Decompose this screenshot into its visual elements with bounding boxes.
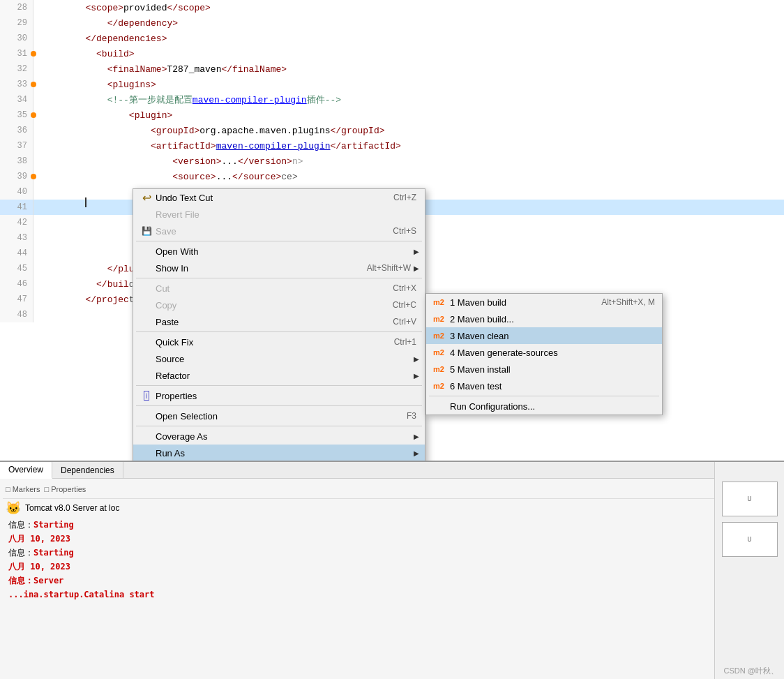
submenu-maven-build2[interactable]: m2 2 Maven build...	[426, 311, 662, 327]
properties-icon: i	[139, 391, 154, 401]
line-num-44: 44	[0, 246, 33, 261]
log-line-3: 信息：Starting	[8, 546, 776, 560]
submenu-maven-install[interactable]: m2 5 Maven install	[426, 361, 662, 378]
log-line-5: 信息：Server	[8, 574, 776, 588]
menu-item-open-with[interactable]: Open With ▶	[133, 243, 425, 260]
m2-icon-4: m2	[433, 348, 444, 357]
right-panel-box2: U	[722, 522, 778, 557]
submenu-separator	[429, 396, 659, 396]
line-num-38: 38	[0, 154, 33, 169]
m2-icon-3: m2	[433, 331, 444, 340]
watermark: CSDN @叶秋、	[724, 666, 778, 676]
panel-top-row: □ Markers □ Properties	[3, 482, 781, 497]
log-text-3: 信息：Starting	[8, 547, 74, 559]
line-num-43: 43	[0, 230, 33, 246]
code-editor: 28 <scope>provided</scope> 29 </dependen…	[0, 0, 784, 461]
line-num-33: 33	[0, 77, 33, 92]
server-row: 🐱 Tomcat v8.0 Server at loc ■ ✕ 🐱 ■ ✕	[3, 498, 781, 516]
properties-label: □ Properties	[44, 485, 86, 493]
submenu-run-configs[interactable]: Run Configurations...	[426, 398, 662, 415]
line-num-41: 41	[0, 200, 33, 215]
save-icon: 💾	[139, 226, 154, 236]
right-panel: U U	[714, 462, 784, 679]
tab-overview[interactable]: Overview	[0, 462, 52, 479]
line-num-30: 30	[0, 31, 33, 46]
separator-2	[136, 278, 422, 278]
bottom-panel: Overview Dependencies □ Markers □ Proper…	[0, 461, 784, 679]
log-line-1: 信息：Starting	[8, 518, 776, 532]
separator-6	[136, 426, 422, 426]
separator-4	[136, 385, 422, 386]
log-line-2: 八月 10, 2023	[8, 532, 776, 546]
tab-dependencies[interactable]: Dependencies	[52, 462, 123, 478]
log-line-6: ...ina.startup.Catalina start	[8, 588, 776, 602]
log-text-1: 信息：Starting	[8, 519, 74, 531]
menu-item-run-as[interactable]: Run As ▶	[133, 445, 425, 461]
m2-icon-5: m2	[433, 365, 444, 373]
line-num-34: 34	[0, 92, 33, 107]
right-panel-box: U	[722, 482, 778, 516]
menu-item-refactor[interactable]: Refactor ▶	[133, 367, 425, 384]
menu-item-revert: Revert File	[133, 206, 425, 223]
line-num-36: 36	[0, 123, 33, 138]
menu-item-open-selection[interactable]: Open Selection F3	[133, 408, 425, 424]
line-num-39: 39	[0, 169, 33, 184]
menu-item-copy: Copy Ctrl+C	[133, 297, 425, 313]
menu-item-save: 💾 Save Ctrl+S	[133, 223, 425, 239]
panel-content: □ Markers □ Properties 🐱 Tomcat v8.0 Ser…	[0, 479, 784, 679]
submenu-maven-test[interactable]: m2 6 Maven test	[426, 378, 662, 394]
line-num-48: 48	[0, 307, 33, 322]
menu-item-coverage-as[interactable]: Coverage As ▶	[133, 428, 425, 445]
line-num-37: 37	[0, 138, 33, 154]
context-menu: ↩ Undo Text Cut Ctrl+Z Revert File 💾 Sav…	[133, 188, 425, 461]
submenu-maven-generate[interactable]: m2 4 Maven generate-sources	[426, 344, 662, 361]
menu-item-properties[interactable]: i Properties	[133, 387, 425, 404]
tomcat-icon: 🐱	[6, 500, 21, 515]
server-label: Tomcat v8.0 Server at loc	[25, 503, 119, 513]
line-num-45: 45	[0, 261, 33, 276]
submenu-maven-build[interactable]: m2 1 Maven build Alt+Shift+X, M	[426, 294, 662, 311]
undo-icon: ↩	[139, 191, 154, 204]
log-line-4: 八月 10, 2023	[8, 560, 776, 574]
separator-1	[136, 241, 422, 241]
line-num-28: 28	[0, 0, 33, 15]
menu-item-undo[interactable]: ↩ Undo Text Cut Ctrl+Z	[133, 189, 425, 206]
line-num-32: 32	[0, 61, 33, 77]
menu-item-paste[interactable]: Paste Ctrl+V	[133, 313, 425, 330]
submenu-run-as: m2 1 Maven build Alt+Shift+X, M m2 2 Mav…	[425, 293, 663, 415]
line-num-31: 31	[0, 46, 33, 61]
markers-label: □ Markers	[6, 485, 40, 493]
menu-item-show-in[interactable]: Show In Alt+Shift+W ▶	[133, 260, 425, 276]
m2-icon: m2	[433, 298, 444, 306]
line-num-35: 35	[0, 107, 33, 123]
line-num-29: 29	[0, 15, 33, 31]
menu-item-source[interactable]: Source ▶	[133, 350, 425, 367]
line-num-47: 47	[0, 292, 33, 307]
m2-icon-2: m2	[433, 315, 444, 323]
line-num-40: 40	[0, 184, 33, 200]
log-area: 信息：Starting 八月 10, 2023 信息：Starting 八月 1…	[3, 516, 781, 603]
separator-3	[136, 331, 422, 332]
menu-item-quick-fix[interactable]: Quick Fix Ctrl+1	[133, 334, 425, 350]
log-text-5: 信息：Server	[8, 575, 63, 587]
panel-tab-bar: Overview Dependencies	[0, 462, 784, 479]
menu-item-cut: Cut Ctrl+X	[133, 280, 425, 297]
submenu-maven-clean[interactable]: m2 3 Maven clean	[426, 327, 662, 344]
line-num-42: 42	[0, 215, 33, 230]
m2-icon-6: m2	[433, 382, 444, 390]
line-num-46: 46	[0, 276, 33, 292]
separator-5	[136, 405, 422, 406]
log-text-4: 八月 10, 2023	[8, 561, 70, 573]
log-text-2: 八月 10, 2023	[8, 533, 70, 545]
log-text-6: ...ina.startup.Catalina start	[8, 590, 155, 599]
